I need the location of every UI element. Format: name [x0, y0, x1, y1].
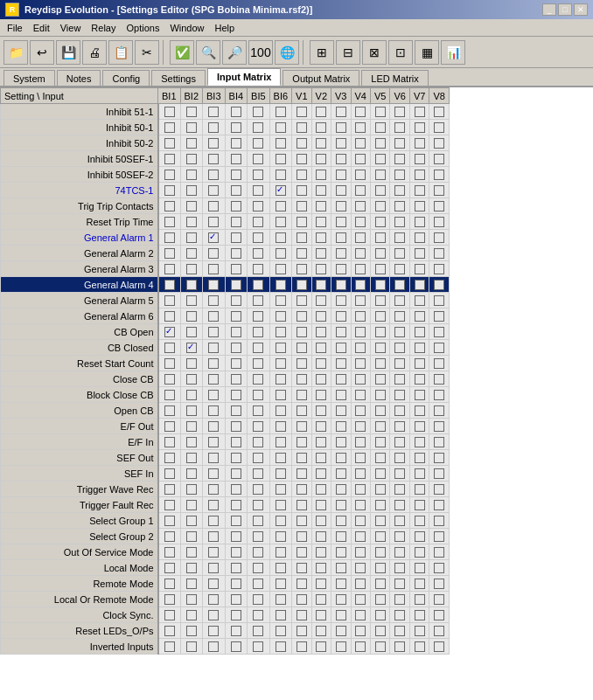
checkbox-cell[interactable]	[409, 198, 429, 214]
checkbox-cell[interactable]	[331, 497, 351, 513]
checkbox-cell[interactable]	[409, 623, 429, 639]
checkbox-cell[interactable]	[180, 198, 203, 214]
checkbox-cell[interactable]	[370, 623, 389, 639]
tab-config[interactable]: Config	[102, 70, 150, 86]
checkbox-cell[interactable]	[429, 434, 449, 450]
checkbox-cell[interactable]	[409, 340, 429, 356]
checkbox-cell[interactable]	[331, 324, 351, 340]
checkbox-cell[interactable]	[331, 639, 351, 655]
checkbox-cell[interactable]	[203, 576, 226, 592]
checkbox-cell[interactable]	[180, 592, 203, 607]
tab-output-matrix[interactable]: Output Matrix	[283, 70, 359, 86]
checkbox-cell[interactable]	[390, 607, 409, 623]
checkbox-cell[interactable]	[225, 183, 248, 198]
checkbox-cell[interactable]	[370, 607, 389, 623]
checkbox-cell[interactable]	[292, 466, 311, 482]
checkbox-cell[interactable]	[351, 371, 370, 387]
checkbox-cell[interactable]	[248, 198, 270, 214]
checkbox-cell[interactable]	[370, 120, 389, 135]
checkbox-cell[interactable]	[370, 497, 389, 513]
checkbox-cell[interactable]	[409, 607, 429, 623]
checkbox-cell[interactable]	[351, 230, 370, 246]
checkbox-cell[interactable]	[390, 214, 409, 230]
checkbox-cell[interactable]	[351, 151, 370, 167]
checkbox-cell[interactable]	[311, 340, 331, 356]
checkbox-cell[interactable]	[390, 277, 409, 293]
checkbox-cell[interactable]	[203, 261, 226, 277]
checkbox-cell[interactable]	[203, 623, 226, 639]
checkbox-cell[interactable]	[292, 560, 311, 576]
checkbox-cell[interactable]	[180, 308, 203, 324]
menu-item-window[interactable]: Window	[164, 19, 209, 36]
checkbox-cell[interactable]	[180, 167, 203, 183]
checkbox-cell[interactable]	[429, 246, 449, 261]
checkbox-cell[interactable]	[409, 576, 429, 592]
checkbox-cell[interactable]	[292, 214, 311, 230]
checkbox-cell[interactable]	[311, 497, 331, 513]
checkbox-cell[interactable]	[203, 183, 226, 198]
checkbox-cell[interactable]	[311, 529, 331, 544]
checkbox-cell[interactable]	[180, 513, 203, 529]
checkbox-cell[interactable]	[248, 387, 270, 403]
menu-item-file[interactable]: File	[2, 19, 28, 36]
checkbox-cell[interactable]	[390, 230, 409, 246]
checkbox-cell[interactable]	[409, 324, 429, 340]
checkbox-cell[interactable]	[180, 371, 203, 387]
checkbox-cell[interactable]	[292, 623, 311, 639]
checkbox-cell[interactable]	[390, 387, 409, 403]
checkbox-cell[interactable]	[248, 466, 270, 482]
checkbox-cell[interactable]	[409, 482, 429, 497]
checkbox-cell[interactable]	[390, 324, 409, 340]
checkbox-cell[interactable]	[331, 293, 351, 308]
checkbox-cell[interactable]	[292, 340, 311, 356]
checkbox-cell[interactable]	[269, 387, 292, 403]
checkbox-cell[interactable]	[292, 308, 311, 324]
toolbar-100-btn[interactable]: 100	[248, 40, 273, 65]
checkbox-cell[interactable]	[158, 120, 181, 135]
checkbox-cell[interactable]	[203, 403, 226, 419]
checkbox-cell[interactable]	[248, 324, 270, 340]
checkbox-cell[interactable]	[370, 230, 389, 246]
checkbox-cell[interactable]	[429, 277, 449, 293]
checkbox-cell[interactable]	[203, 592, 226, 607]
checkbox-cell[interactable]	[390, 167, 409, 183]
checkbox-cell[interactable]	[180, 135, 203, 151]
checkbox-cell[interactable]	[390, 544, 409, 560]
checkbox-cell[interactable]	[390, 403, 409, 419]
checkbox-cell[interactable]	[351, 198, 370, 214]
checkbox-cell[interactable]	[331, 513, 351, 529]
checkbox-cell[interactable]	[180, 639, 203, 655]
checkbox-cell[interactable]	[248, 104, 270, 120]
checkbox-cell[interactable]	[429, 513, 449, 529]
checkbox-cell[interactable]	[311, 246, 331, 261]
checkbox-cell[interactable]	[248, 623, 270, 639]
checkbox-cell[interactable]	[248, 403, 270, 419]
checkbox-cell[interactable]	[311, 356, 331, 371]
checkbox-cell[interactable]	[370, 104, 389, 120]
checkbox-cell[interactable]	[409, 592, 429, 607]
checkbox-cell[interactable]	[269, 434, 292, 450]
checkbox-cell[interactable]	[351, 434, 370, 450]
checkbox-cell[interactable]	[311, 261, 331, 277]
checkbox-cell[interactable]	[331, 308, 351, 324]
checkbox-cell[interactable]	[180, 183, 203, 198]
checkbox-cell[interactable]	[311, 450, 331, 466]
checkbox-cell[interactable]	[225, 340, 248, 356]
checkbox-cell[interactable]	[351, 513, 370, 529]
checkbox-cell[interactable]	[331, 135, 351, 151]
checkbox-cell[interactable]	[331, 356, 351, 371]
checkbox-cell[interactable]	[180, 403, 203, 419]
toolbar-grid5-btn[interactable]: ▦	[415, 40, 439, 65]
checkbox-cell[interactable]	[311, 230, 331, 246]
checkbox-cell[interactable]	[429, 419, 449, 434]
checkbox-cell[interactable]	[390, 151, 409, 167]
checkbox-cell[interactable]	[292, 387, 311, 403]
checkbox-cell[interactable]	[225, 497, 248, 513]
checkbox-cell[interactable]	[203, 419, 226, 434]
checkbox-cell[interactable]	[331, 482, 351, 497]
checkbox-cell[interactable]	[370, 356, 389, 371]
checkbox-cell[interactable]	[203, 529, 226, 544]
checkbox-cell[interactable]	[248, 639, 270, 655]
checkbox-cell[interactable]	[203, 450, 226, 466]
checkbox-cell[interactable]	[225, 308, 248, 324]
